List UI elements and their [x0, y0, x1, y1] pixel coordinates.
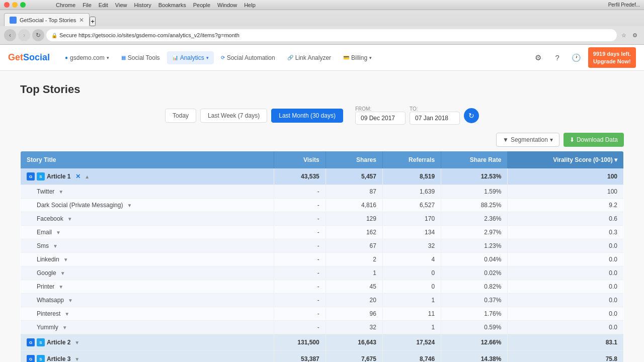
url-bar[interactable]: 🔒 Secure https://getsocio.io/sites/gsdem…	[46, 29, 617, 41]
menu-bookmarks[interactable]: Bookmarks	[158, 2, 186, 8]
date-last-month-button[interactable]: Last Month (30 days)	[271, 109, 343, 123]
app-logo[interactable]: GetSocial	[8, 52, 50, 63]
table-row[interactable]: G S Article 2 ▼ 131,500 16,643 17,524 12…	[21, 334, 624, 351]
child-share-rate: 2.36%	[441, 212, 508, 226]
menu-window[interactable]: Window	[217, 2, 237, 8]
reload-button[interactable]: ↻	[32, 29, 44, 41]
child-referrals: 170	[382, 212, 441, 226]
child-referrals: 1	[382, 321, 441, 334]
child-expand-button[interactable]: ▼	[64, 311, 69, 317]
menu-edit[interactable]: Edit	[99, 2, 108, 8]
child-expand-button[interactable]: ▼	[63, 257, 68, 262]
from-date-input[interactable]: 09 Dec 2017	[355, 112, 406, 125]
child-shares: 32	[326, 321, 382, 334]
shares-cell: 5,457	[326, 168, 382, 185]
table-sub-row: Yummly ▼ - 32 1 0.59% 0.0	[21, 321, 624, 334]
col-virality-score[interactable]: Virality Score (0-100) ▾	[508, 151, 624, 169]
visits-cell: 53,387	[274, 351, 326, 363]
col-story-title[interactable]: Story Title	[21, 151, 274, 169]
date-today-button[interactable]: Today	[165, 109, 196, 123]
bookmark-button[interactable]: ☆	[619, 30, 629, 40]
address-bar: ‹ › ↻ 🔒 Secure https://getsocio.io/sites…	[0, 26, 644, 44]
col-shares[interactable]: Shares	[326, 151, 382, 169]
child-expand-button[interactable]: ▼	[58, 284, 63, 290]
menu-file[interactable]: File	[83, 2, 92, 8]
minimize-window-button[interactable]	[12, 2, 18, 8]
nav-link-analyzer[interactable]: 🔗 Link Analyzer	[282, 51, 336, 64]
nav-billing-label: Billing	[351, 54, 367, 61]
expand-button[interactable]: ▲	[85, 174, 90, 179]
tab-close-button[interactable]: ✕	[79, 17, 84, 24]
nav-analytics[interactable]: 📊 Analytics ▾	[167, 51, 214, 64]
forward-button[interactable]: ›	[18, 29, 30, 41]
table-sub-row: Email ▼ - 162 134 2.97% 0.3	[21, 226, 624, 239]
table-row[interactable]: G S Article 3 ▼ 53,387 7,675 8,746 14.38…	[21, 351, 624, 363]
maximize-window-button[interactable]	[20, 2, 26, 8]
child-expand-button[interactable]: ▼	[127, 203, 132, 208]
child-shares: 20	[326, 294, 382, 307]
sort-icon: ▾	[614, 156, 617, 163]
to-date-input[interactable]: 07 Jan 2018	[410, 112, 460, 125]
article-title: Article 2	[47, 339, 70, 346]
nav-link-analyzer-label: Link Analyzer	[295, 54, 331, 61]
child-virality: 0.6	[508, 212, 624, 226]
article-title: Article 3	[47, 355, 70, 362]
child-visits: -	[274, 294, 326, 307]
col-visits[interactable]: Visits	[274, 151, 326, 169]
col-share-rate[interactable]: Share Rate	[441, 151, 508, 169]
refresh-date-button[interactable]: ↻	[464, 108, 479, 123]
child-referrals: 32	[382, 239, 441, 253]
child-referrals: 134	[382, 226, 441, 239]
child-shares: 96	[326, 307, 382, 321]
child-visits: -	[274, 321, 326, 334]
article-close-button[interactable]: ✕	[75, 173, 80, 180]
segmentation-button[interactable]: ▼ Segmentation ▾	[496, 133, 559, 147]
child-expand-button[interactable]: ▼	[56, 230, 61, 235]
child-referrals: 0	[382, 266, 441, 280]
back-button[interactable]: ‹	[4, 29, 16, 41]
col-referrals[interactable]: Referrals	[382, 151, 441, 169]
child-share-rate: 0.59%	[441, 321, 508, 334]
download-data-button[interactable]: ⬇ Download Data	[564, 133, 624, 147]
gs-icon: G	[27, 338, 35, 346]
date-last-week-button[interactable]: Last Week (7 days)	[200, 109, 267, 123]
extensions-button[interactable]: ⚙	[630, 30, 640, 40]
child-expand-button[interactable]: ▼	[53, 243, 58, 249]
expand-button[interactable]: ▼	[74, 356, 79, 362]
menu-chrome[interactable]: Chrome	[56, 2, 75, 8]
browser-tab-active[interactable]: GetSocial - Top Stories ✕	[4, 13, 90, 26]
billing-caret: ▾	[369, 55, 372, 60]
page-title: Top Stories	[20, 83, 624, 96]
tw-icon: S	[37, 338, 45, 346]
upgrade-button[interactable]: 9919 days left.Upgrade Now!	[588, 47, 636, 68]
settings-button[interactable]: ⚙	[531, 50, 546, 65]
notifications-button[interactable]: 🕐	[569, 50, 584, 65]
nav-billing[interactable]: 💳 Billing ▾	[338, 51, 377, 64]
referrals-cell: 8,519	[382, 168, 441, 185]
nav-social-tools[interactable]: ▦ Social Tools	[116, 51, 165, 64]
new-tab-button[interactable]: +	[90, 17, 96, 26]
child-expand-button[interactable]: ▼	[60, 270, 65, 276]
nav-site-selector[interactable]: ● gsdemo.com ▾	[60, 51, 114, 64]
child-expand-button[interactable]: ▼	[67, 216, 72, 222]
gs-icon: G	[27, 172, 35, 180]
mac-window-controls[interactable]	[4, 2, 26, 8]
table-sub-row: Twitter ▼ - 87 1,639 1.59% 100	[21, 185, 624, 199]
menu-view[interactable]: View	[115, 2, 127, 8]
menu-help[interactable]: Help	[244, 2, 256, 8]
menu-people[interactable]: People	[193, 2, 210, 8]
child-shares: 1	[326, 266, 382, 280]
child-expand-button[interactable]: ▼	[58, 189, 63, 195]
expand-button[interactable]: ▼	[74, 340, 79, 345]
nav-social-automation[interactable]: ⟳ Social Automation	[216, 51, 280, 64]
help-button[interactable]: ?	[550, 50, 565, 65]
child-share-rate: 0.37%	[441, 294, 508, 307]
table-row[interactable]: G S Article 1 ✕ ▲ 43,535 5,457 8,519 12.…	[21, 168, 624, 185]
segmentation-caret: ▾	[550, 136, 553, 143]
nav-analytics-label: Analytics	[180, 54, 204, 61]
menu-history[interactable]: History	[134, 2, 151, 8]
close-window-button[interactable]	[4, 2, 10, 8]
child-expand-button[interactable]: ▼	[62, 325, 67, 330]
child-expand-button[interactable]: ▼	[68, 298, 73, 303]
to-label: TO:	[410, 106, 460, 112]
